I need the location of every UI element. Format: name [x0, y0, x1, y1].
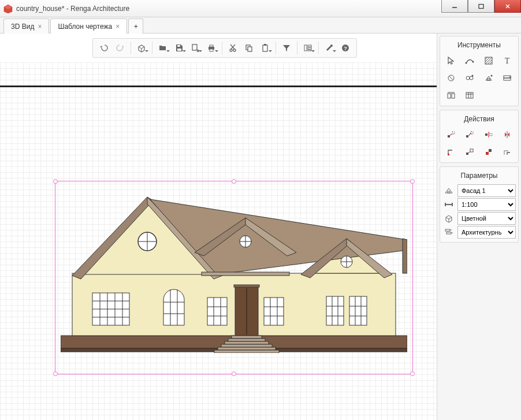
export-button[interactable]	[188, 40, 203, 55]
line-tool[interactable]	[461, 53, 478, 69]
tab-label: Шаблон чертежа	[58, 23, 112, 31]
svg-rect-20	[304, 45, 307, 51]
svg-rect-89	[221, 344, 272, 347]
mirror-action[interactable]	[480, 127, 497, 143]
resize-handle-se[interactable]	[410, 371, 415, 376]
axis-tool[interactable]	[442, 70, 460, 86]
resize-handle-n[interactable]	[232, 179, 236, 184]
svg-rect-130	[470, 149, 473, 152]
svg-rect-128	[448, 154, 449, 155]
svg-line-15	[230, 44, 235, 49]
minimize-button[interactable]	[441, 0, 468, 13]
detail-level-select[interactable]: Архитектурнь	[457, 226, 516, 239]
canvas[interactable]: ?	[0, 34, 437, 420]
svg-text:?: ?	[344, 46, 347, 51]
svg-rect-90	[218, 347, 276, 350]
svg-rect-6	[177, 45, 180, 47]
svg-rect-69	[234, 285, 259, 287]
help-button[interactable]: ?	[338, 40, 353, 55]
svg-rect-71	[264, 298, 284, 325]
svg-rect-86	[232, 336, 262, 339]
resize-handle-ne[interactable]	[410, 179, 415, 184]
text-tool[interactable]: T	[498, 53, 516, 69]
svg-rect-134	[448, 191, 450, 193]
right-sidebar: Инструменты T A1 Действия	[437, 34, 521, 420]
svg-rect-21	[308, 45, 311, 47]
select-tool[interactable]	[442, 53, 460, 69]
scale-select[interactable]: 1:100	[457, 198, 516, 211]
save-button[interactable]	[172, 40, 187, 55]
svg-rect-87	[228, 339, 265, 341]
svg-rect-124	[485, 133, 487, 136]
svg-rect-122	[466, 135, 468, 137]
scale-icon	[442, 198, 455, 211]
redo-button[interactable]	[113, 40, 128, 55]
hatch-tool[interactable]	[480, 53, 497, 69]
titlebar: country_house* - Renga Architecture	[0, 0, 521, 17]
tab-drawing-template[interactable]: Шаблон чертежа ×	[50, 18, 127, 34]
print-button[interactable]	[204, 40, 219, 55]
section-tool[interactable]	[442, 87, 460, 103]
view-select[interactable]: Фасад 1	[457, 184, 516, 197]
cut-button[interactable]	[225, 40, 240, 55]
tab-3d-view[interactable]: 3D Вид ×	[3, 18, 49, 34]
svg-point-94	[472, 61, 474, 63]
table-tool[interactable]: A1	[498, 70, 516, 86]
svg-rect-113	[452, 94, 455, 98]
svg-rect-76	[326, 296, 344, 325]
mirror-flip-action[interactable]	[498, 127, 516, 143]
svg-line-99	[487, 60, 492, 64]
svg-point-12	[230, 49, 232, 51]
manage-button[interactable]	[300, 40, 315, 55]
settings-button[interactable]	[322, 40, 337, 55]
svg-rect-125	[490, 133, 492, 136]
tools-panel: Инструменты T A1	[440, 36, 519, 106]
svg-rect-3	[479, 4, 483, 8]
display-style-select[interactable]: Цветной	[457, 212, 516, 225]
tab-add-button[interactable]: +	[128, 18, 143, 34]
app-icon	[3, 4, 13, 13]
dimension-tool[interactable]	[461, 70, 478, 86]
svg-rect-119	[448, 135, 450, 137]
resize-handle-s[interactable]	[232, 371, 236, 376]
svg-rect-139	[446, 232, 451, 234]
svg-rect-19	[264, 44, 266, 46]
filter-button[interactable]	[279, 40, 294, 55]
tab-close-icon[interactable]: ×	[116, 23, 120, 31]
svg-rect-17	[248, 47, 252, 51]
resize-handle-sw[interactable]	[53, 371, 58, 376]
view-mode-button[interactable]	[134, 40, 149, 55]
svg-rect-138	[445, 229, 450, 231]
svg-point-93	[466, 62, 467, 64]
offset-action[interactable]	[442, 144, 460, 160]
svg-rect-63	[207, 298, 227, 325]
svg-rect-81	[349, 296, 367, 325]
facade-view[interactable]	[61, 187, 407, 353]
panel-title: Параметры	[442, 169, 516, 183]
open-button[interactable]	[155, 40, 170, 55]
rotate-action[interactable]	[461, 127, 478, 143]
svg-rect-92	[202, 272, 289, 276]
svg-line-100	[490, 62, 492, 64]
schedule-tool[interactable]	[461, 87, 478, 103]
move-action[interactable]	[442, 127, 460, 143]
svg-line-96	[485, 57, 487, 60]
style-icon	[442, 212, 455, 225]
svg-rect-120	[452, 132, 455, 134]
close-button[interactable]	[494, 0, 521, 13]
undo-button[interactable]	[96, 40, 111, 55]
window-controls	[441, 0, 521, 13]
paste-button[interactable]	[258, 40, 273, 55]
parameters-panel: Параметры Фасад 1 1:100 Цветной Архитект…	[440, 166, 519, 243]
copy-button[interactable]	[241, 40, 256, 55]
scale-action[interactable]	[461, 144, 478, 160]
svg-rect-112	[448, 94, 451, 98]
maximize-button[interactable]	[468, 0, 494, 13]
view-tool[interactable]	[480, 70, 497, 86]
resize-handle-nw[interactable]	[53, 179, 58, 184]
tab-close-icon[interactable]: ×	[38, 23, 42, 31]
copy-in-place-action[interactable]	[480, 144, 497, 160]
svg-rect-11	[210, 49, 213, 51]
trim-action[interactable]	[498, 144, 516, 160]
svg-rect-91	[214, 350, 279, 353]
